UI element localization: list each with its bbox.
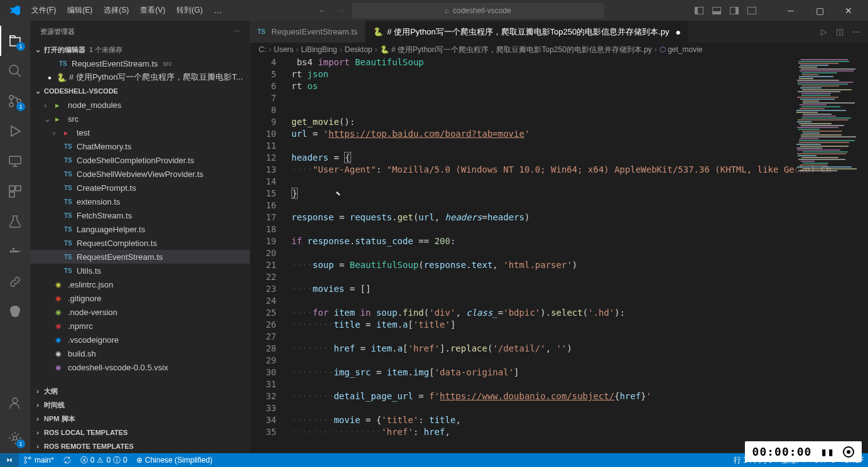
code-line[interactable]: ········href = item.a['href'].replace('/…	[291, 343, 868, 355]
activity-link[interactable]	[0, 267, 30, 297]
status-branch[interactable]: main*	[19, 453, 58, 467]
code-line[interactable]	[291, 295, 868, 307]
breadcrumb-item[interactable]: 🐍 # 使用Python写一个爬虫程序，爬取豆瓣电影Top250的电影信息并存储…	[380, 45, 652, 55]
code-line[interactable]: headers = {	[291, 152, 868, 164]
editor-tab[interactable]: 🐍# 使用Python写一个爬虫程序，爬取豆瓣电影Top250的电影信息并存储到…	[366, 21, 689, 43]
editor-tab[interactable]: TSRequestEventStream.ts	[250, 21, 366, 43]
section-header[interactable]: ›大纲	[30, 384, 250, 398]
code-line[interactable]: ········title = item.a['title']	[291, 319, 868, 331]
breadcrumb-item[interactable]: Users	[274, 45, 293, 54]
activity-shell[interactable]	[0, 297, 30, 327]
code-line[interactable]: }	[291, 188, 868, 200]
breadcrumb-item[interactable]: ⬡ get_movie	[659, 45, 703, 54]
code-line[interactable]: if response.status_code == 200:	[291, 235, 868, 247]
activity-extensions[interactable]	[0, 176, 30, 207]
code-line[interactable]	[291, 92, 868, 104]
status-errors[interactable]: ⓧ0 ⚠0 ⓘ0	[76, 453, 132, 467]
code-line[interactable]: rt os	[291, 80, 868, 92]
code-line[interactable]: ····"User-Agent": "Mozilla/5.0 (Windows …	[291, 164, 868, 176]
folder-item[interactable]: ›▸test	[30, 126, 250, 139]
menu-goto[interactable]: 转到(G)	[171, 3, 207, 18]
file-item[interactable]: ◉build.sh	[30, 346, 250, 360]
activity-test[interactable]	[0, 207, 30, 237]
menu-file[interactable]: 文件(F)	[26, 3, 61, 18]
section-header[interactable]: ›ROS REMOTE TEMPLATES	[30, 439, 250, 453]
code-line[interactable]	[291, 378, 868, 390]
code-line[interactable]: get_movie():	[291, 116, 868, 128]
window-minimize-button[interactable]: ─	[776, 0, 805, 21]
activity-settings[interactable]: 1	[0, 423, 30, 453]
file-item[interactable]: TSRequestCompletion.ts	[30, 236, 250, 250]
window-maximize-button[interactable]: ▢	[805, 0, 834, 21]
code-line[interactable]	[291, 104, 868, 116]
section-header[interactable]: ›ROS LOCAL TEMPLATES	[30, 426, 250, 439]
file-item[interactable]: TSextension.ts	[30, 195, 250, 208]
toggle-panel-icon[interactable]	[712, 7, 721, 14]
code-line[interactable]	[291, 331, 868, 343]
stop-button[interactable]	[843, 446, 854, 458]
toggle-sidebar-icon[interactable]	[695, 7, 703, 14]
breadcrumb-item[interactable]: C:	[259, 45, 266, 54]
file-item[interactable]: TSCreatePrompt.ts	[30, 181, 250, 195]
code-line[interactable]: response = requests.get(url, headers=hea…	[291, 212, 868, 223]
file-item[interactable]: ◉codeshell-vscode-0.0.5.vsix	[30, 360, 250, 374]
code-line[interactable]	[291, 140, 868, 152]
code-line[interactable]	[291, 176, 868, 188]
file-item[interactable]: ◉.vscodeignore	[30, 333, 250, 346]
window-close-button[interactable]: ✕	[834, 0, 863, 21]
code-line[interactable]	[291, 200, 868, 212]
code-line[interactable]	[291, 247, 868, 259]
code-line[interactable]: ····soup = BeautifulSoup(response.text, …	[291, 259, 868, 271]
folder-item[interactable]: ›▸node_modules	[30, 98, 250, 112]
code-line[interactable]: bs4 import BeautifulSoup	[291, 56, 868, 68]
pause-button[interactable]: ▮▮	[820, 445, 834, 458]
split-editor-icon[interactable]: ◫	[836, 27, 844, 36]
status-sync[interactable]	[58, 453, 76, 467]
section-header[interactable]: ›NPM 脚本	[30, 412, 250, 426]
activity-scm[interactable]: 1	[0, 86, 30, 116]
file-item[interactable]: TSCodeShellCompletionProvider.ts	[30, 153, 250, 167]
breadcrumb-item[interactable]: Desktop	[345, 45, 372, 54]
file-item[interactable]: ◉.gitignore	[30, 291, 250, 305]
breadcrumbs[interactable]: C:›Users›LiBingBing›Desktop›🐍 # 使用Python…	[250, 43, 868, 56]
code-line[interactable]: url = 'https://top.baidu.com/board?tab=m…	[291, 128, 868, 140]
tab-more-icon[interactable]: ⋯	[852, 27, 860, 36]
status-language[interactable]: ⊕Chinese (Simplified)	[132, 453, 217, 467]
toggle-secondary-icon[interactable]	[730, 7, 739, 14]
activity-search[interactable]	[0, 56, 30, 86]
file-item[interactable]: ◉.npmrc	[30, 319, 250, 333]
breadcrumb-item[interactable]: LiBingBing	[301, 45, 337, 54]
code-line[interactable]	[291, 355, 868, 367]
minimap[interactable]	[794, 56, 863, 453]
code-line[interactable]	[291, 271, 868, 283]
activity-docker[interactable]	[0, 237, 30, 267]
remote-indicator[interactable]	[0, 453, 19, 467]
activity-debug[interactable]	[0, 116, 30, 146]
code-line[interactable]: ········movie = {'title': title,	[291, 414, 868, 426]
sidebar-more-icon[interactable]: ⋯	[233, 28, 240, 36]
open-editors-header[interactable]: ⌄ 打开的编辑器 1 个未保存	[30, 43, 250, 56]
menu-view[interactable]: 查看(V)	[135, 3, 170, 18]
file-item[interactable]: ◉.eslintrc.json	[30, 277, 250, 291]
file-item[interactable]: ◉.node-version	[30, 305, 250, 319]
command-center[interactable]: ⌕ codeshell-vscode	[352, 3, 604, 18]
code-line[interactable]: rt json	[291, 68, 868, 80]
project-header[interactable]: ⌄ CODESHELL-VSCODE	[30, 84, 250, 98]
menu-more[interactable]: …	[209, 3, 227, 18]
file-item[interactable]: TSRequestEventStream.ts	[30, 250, 250, 264]
nav-forward-icon[interactable]: →	[337, 6, 345, 15]
code-line[interactable]: ····for item in soup.find('div', class_=…	[291, 307, 868, 319]
code-line[interactable]	[291, 402, 868, 414]
open-editor-item[interactable]: TSRequestEventStream.tssrc	[30, 56, 250, 70]
code-line[interactable]: ········detail_page_url = f'https://www.…	[291, 390, 868, 402]
file-item[interactable]: TSFetchStream.ts	[30, 208, 250, 222]
activity-account[interactable]	[0, 388, 30, 418]
file-item[interactable]: TSChatMemory.ts	[30, 139, 250, 153]
file-item[interactable]: TSUtils.ts	[30, 264, 250, 277]
menu-edit[interactable]: 编辑(E)	[62, 3, 97, 18]
code-line[interactable]	[291, 223, 868, 235]
nav-back-icon[interactable]: ←	[318, 6, 327, 15]
folder-item[interactable]: ⌄▸src	[30, 112, 250, 126]
customize-layout-icon[interactable]	[747, 7, 756, 14]
activity-explorer[interactable]: 1	[0, 26, 30, 56]
